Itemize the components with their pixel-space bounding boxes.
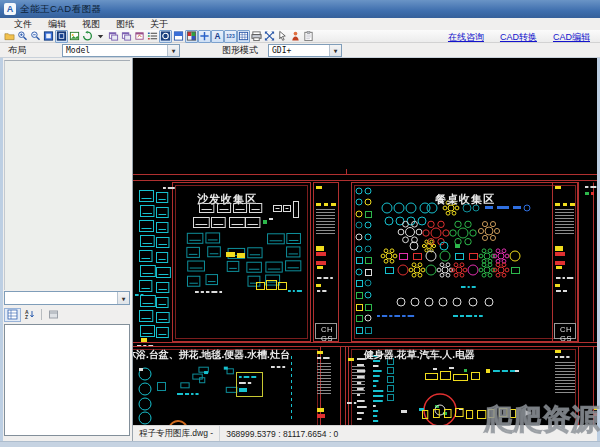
full-extent-icon[interactable] [198,30,211,43]
circle-mark-icon[interactable] [159,30,172,43]
layout-select-value: Model [66,46,90,55]
properties-panel: ▼ AZ [0,58,133,441]
title-bar: A 全能王CAD看图器 [0,0,600,18]
window-frame-bottom [0,441,600,447]
window-title: 全能王CAD看图器 [20,3,102,16]
paste-window-icon[interactable] [120,30,133,43]
frame-title-sofa: 沙发收集区 [197,192,257,207]
title-block-label: CH GS [554,325,578,343]
property-tree-area[interactable] [4,60,130,290]
graphics-mode-label: 图形模式 [222,44,258,57]
print-icon[interactable] [250,30,263,43]
zoom-extents-icon[interactable] [55,30,68,43]
window-frame-left [0,58,3,447]
menu-item-2[interactable]: 视图 [74,18,108,31]
copy-window-icon[interactable] [107,30,120,43]
property-pages-icon [48,309,59,320]
grid-display-icon[interactable] [237,30,250,43]
zoom-out-icon[interactable] [29,30,42,43]
frame-title-dining: 餐桌收集区 [435,192,495,207]
zoom-in-icon[interactable] [16,30,29,43]
rotate-view-icon[interactable] [133,30,146,43]
graphics-mode-select[interactable]: GDI+ ▼ [268,44,342,57]
property-list[interactable] [4,324,130,436]
cad-viewport[interactable] [133,58,597,425]
chevron-down-icon[interactable]: ▼ [329,45,341,56]
select-icon[interactable] [276,30,289,43]
categorized-icon [7,309,18,320]
watermark: 爬爬资源 [484,400,600,440]
open-file-icon[interactable] [3,30,16,43]
chevron-down-icon[interactable]: ▼ [167,45,179,56]
zoom-window-icon[interactable] [42,30,55,43]
menu-bar: 文件编辑视图图纸关于 [0,18,600,30]
sort-az-icon: AZ [24,309,35,320]
background-color-icon[interactable] [185,30,198,43]
export-image-icon[interactable] [68,30,81,43]
clipboard-icon[interactable] [302,30,315,43]
menu-item-1[interactable]: 编辑 [40,18,74,31]
measure-icon[interactable]: 123 [224,30,237,43]
text-display-icon[interactable]: A [211,30,224,43]
frame-title-fitness: 健身器.花草.汽车.人.电器 [364,348,475,362]
svg-text:123: 123 [226,33,235,39]
title-block-label: CH GS [315,325,339,343]
menu-item-4[interactable]: 关于 [142,18,176,31]
app-icon: A [4,3,16,15]
status-file-name: 程子专用图库.dwg - [133,426,220,441]
menu-item-3[interactable]: 图纸 [108,18,142,31]
object-dropdown[interactable]: ▼ [4,291,130,305]
property-pages-button[interactable] [45,308,62,322]
drawing-area: 沙发收集区 餐桌收集区 沐浴.台盆、拼花.地毯.便器.水槽.灶台 健身器.花草.… [133,58,597,425]
layout-select[interactable]: Model ▼ [62,44,180,57]
chevron-down-icon[interactable]: ▼ [117,292,129,304]
layer-list-icon[interactable] [146,30,159,43]
toolbar-separator [41,309,42,320]
move-view-icon[interactable] [263,30,276,43]
pan-view-icon[interactable] [172,30,185,43]
layout-label: 布局 [8,44,26,57]
svg-text:Z: Z [25,314,28,320]
status-coordinates: 368999.5379 : 81117.6654 : 0 [220,426,344,441]
property-toolbar: AZ [4,307,130,322]
user-icon[interactable] [289,30,302,43]
frame-title-bath: 沐浴.台盆、拼花.地毯.便器.水槽.灶台 [133,348,290,362]
categorized-button[interactable] [4,308,21,322]
svg-text:A: A [215,32,221,41]
zoom-scale-caret-icon[interactable] [94,30,107,43]
layout-bar: 布局 Model ▼ 图形模式 GDI+ ▼ [0,43,600,58]
menu-item-0[interactable]: 文件 [6,18,40,31]
app-window: A 全能王CAD看图器 文件编辑视图图纸关于 A123 在线咨询CAD转换CAD… [0,0,600,447]
sort-az-button[interactable]: AZ [21,308,38,322]
graphics-mode-value: GDI+ [272,46,291,55]
refresh-icon[interactable] [81,30,94,43]
